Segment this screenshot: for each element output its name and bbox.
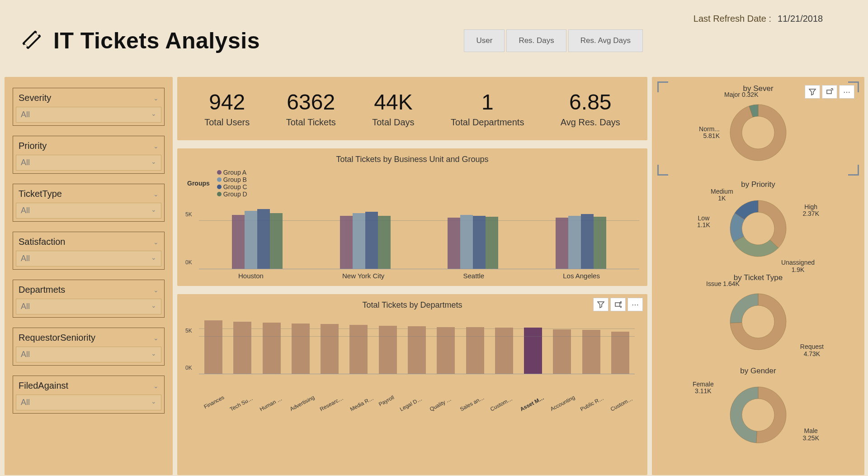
bar[interactable] <box>408 326 426 374</box>
slicer-tickettype[interactable]: TicketType⌄ All⌄ <box>13 184 165 222</box>
bar[interactable] <box>379 326 397 374</box>
donut-tickettype[interactable]: by Ticket Type Issue 1.64K Request4.73K <box>657 273 859 362</box>
chevron-down-icon: ⌄ <box>153 190 159 198</box>
donut-slice-label: Major 0.32K <box>724 91 758 98</box>
chevron-down-icon: ⌄ <box>153 286 159 294</box>
donut-slice-label: High2.37K <box>802 204 819 218</box>
bar[interactable] <box>353 213 365 269</box>
slicer-dropdown[interactable]: All⌄ <box>16 347 161 362</box>
bar[interactable] <box>486 217 498 269</box>
svg-rect-4 <box>615 303 620 306</box>
donut-slice[interactable] <box>756 387 786 443</box>
donut-slice[interactable] <box>730 387 758 443</box>
legend-swatch-icon <box>217 177 222 182</box>
slicer-value: All <box>21 398 30 407</box>
legend-swatch-icon <box>217 185 222 189</box>
bar[interactable] <box>437 327 455 374</box>
more-options-icon[interactable]: ⋯ <box>627 298 643 311</box>
chevron-down-icon: ⌄ <box>151 350 156 359</box>
focus-mode-icon[interactable] <box>610 298 626 311</box>
bar[interactable] <box>349 325 368 374</box>
kpi-row: 942Total Users6362Total Tickets44KTotal … <box>177 77 647 140</box>
slicer-dropdown[interactable]: All⌄ <box>16 203 161 219</box>
bar[interactable] <box>448 218 460 269</box>
slicer-value: All <box>21 350 30 359</box>
slicer-label: FiledAgainst <box>19 381 68 391</box>
x-axis-label: Legal Depar... <box>399 394 426 413</box>
slicer-label: RequestorSeniority <box>19 333 95 343</box>
x-axis-label: Human Res... <box>259 394 286 413</box>
bar[interactable] <box>292 324 310 374</box>
bar[interactable] <box>204 320 222 374</box>
chevron-down-icon: ⌄ <box>153 382 159 390</box>
chevron-down-icon: ⌄ <box>153 238 159 246</box>
kpi-card: 1Total Departments <box>451 90 524 128</box>
donut-slice[interactable] <box>730 294 758 323</box>
legend-item[interactable]: Group D <box>217 190 247 198</box>
bar[interactable] <box>365 212 378 269</box>
filter-icon[interactable] <box>805 85 820 99</box>
bar[interactable] <box>245 211 257 269</box>
bar[interactable] <box>378 216 391 269</box>
kpi-value: 1 <box>451 90 524 114</box>
bar[interactable] <box>466 327 484 374</box>
bar[interactable] <box>473 216 486 269</box>
x-axis-label: Houston <box>238 272 264 280</box>
tab-res-days[interactable]: Res. Days <box>506 29 566 52</box>
slicer-value: All <box>21 254 30 263</box>
donut-severity[interactable]: ⋯ by Sever Major 0.32K Norm...5.81K <box>657 81 859 176</box>
bar[interactable] <box>568 216 581 269</box>
legend-item[interactable]: Group C <box>217 183 247 190</box>
bar[interactable] <box>257 209 270 269</box>
bar[interactable] <box>270 213 283 269</box>
refresh-label: Last Refresh Date : <box>693 14 771 24</box>
focus-mode-icon[interactable] <box>822 85 837 99</box>
bar[interactable] <box>340 216 353 269</box>
donut-priority[interactable]: by Priority Medium1K Low1.1K High2.37K U… <box>657 180 859 269</box>
more-options-icon[interactable]: ⋯ <box>839 85 854 99</box>
slicer-departmets[interactable]: Departmets⌄ All⌄ <box>13 280 165 318</box>
bar[interactable] <box>460 215 473 269</box>
slicer-filedagainst[interactable]: FiledAgainst⌄ All⌄ <box>13 376 165 414</box>
slicer-dropdown[interactable]: All⌄ <box>16 155 161 171</box>
slicer-severity[interactable]: Severity⌄ All⌄ <box>13 88 165 126</box>
x-axis-label: Seattle <box>463 272 484 280</box>
tab-res-avg-days[interactable]: Res. Avg Days <box>568 29 643 52</box>
legend-item[interactable]: Group B <box>217 176 247 183</box>
slicer-dropdown[interactable]: All⌄ <box>16 107 161 123</box>
slicer-dropdown[interactable]: All⌄ <box>16 299 161 314</box>
donut-slice[interactable] <box>758 200 786 248</box>
kpi-label: Total Days <box>372 117 414 128</box>
legend-item[interactable]: Group A <box>217 169 247 176</box>
dept-bar-chart[interactable]: ⋯ Total Tickets by Departmets 0K Finance… <box>177 294 647 475</box>
x-axis-label: Advertising <box>289 394 316 412</box>
slicer-priority[interactable]: Priority⌄ All⌄ <box>13 136 165 174</box>
refresh-date: 11/21/2018 <box>778 14 823 24</box>
tab-user[interactable]: User <box>464 29 505 52</box>
bar[interactable] <box>594 217 606 269</box>
bar[interactable] <box>495 328 513 374</box>
chevron-down-icon: ⌄ <box>153 95 159 102</box>
grouped-bar-chart[interactable]: Total Tickets by Business Unit and Group… <box>177 148 647 286</box>
donut-gender[interactable]: by Gender Female3.11K Male3.25K <box>657 367 859 455</box>
slicer-dropdown[interactable]: All⌄ <box>16 251 161 267</box>
slicer-satisfaction[interactable]: Satisfaction⌄ All⌄ <box>13 232 165 270</box>
chevron-down-icon: ⌄ <box>153 143 159 150</box>
bar[interactable] <box>263 323 281 374</box>
bar[interactable] <box>232 215 245 269</box>
kpi-label: Total Users <box>204 117 250 128</box>
bar[interactable] <box>556 218 568 269</box>
slicer-dropdown[interactable]: All⌄ <box>16 395 161 410</box>
tab-bar: User Res. Days Res. Avg Days <box>464 29 643 52</box>
chevron-down-icon: ⌄ <box>151 110 156 119</box>
bar[interactable] <box>524 328 542 374</box>
filters-sidebar: Severity⌄ All⌄Priority⌄ All⌄TicketType⌄ … <box>5 77 173 475</box>
bar-group <box>340 201 391 269</box>
bar[interactable] <box>233 322 251 374</box>
slicer-requestorseniority[interactable]: RequestorSeniority⌄ All⌄ <box>13 328 165 366</box>
bar[interactable] <box>321 324 339 374</box>
filter-icon[interactable] <box>593 298 609 311</box>
x-axis-label: New York City <box>342 272 384 280</box>
bar[interactable] <box>581 214 594 269</box>
bar[interactable] <box>611 332 629 374</box>
